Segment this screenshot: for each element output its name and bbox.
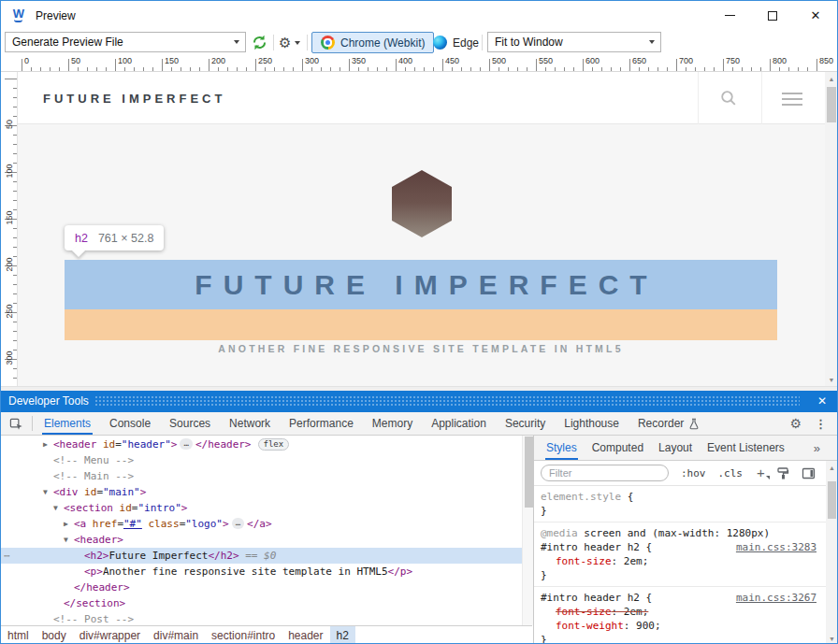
tree-row[interactable]: <!-- Main --> <box>1 468 522 484</box>
generate-preview-combobox[interactable]: Generate Preview File <box>5 32 246 52</box>
close-button[interactable]: ✕ <box>794 1 837 30</box>
sidebar-tab-computed[interactable]: Computed <box>585 436 651 460</box>
css-selector[interactable]: element.style { <box>541 490 826 504</box>
combo-arrow-icon[interactable] <box>644 33 658 51</box>
sidebar-tab-styles[interactable]: Styles <box>539 436 585 460</box>
minimize-button[interactable] <box>708 1 751 30</box>
devtools-tab-elements[interactable]: Elements <box>35 412 100 435</box>
scroll-up-icon[interactable]: ▲ <box>825 72 838 85</box>
site-hexagon-logo[interactable] <box>392 170 452 237</box>
header-divider <box>761 72 762 124</box>
breadcrumb-item-h2[interactable]: h2 <box>330 626 355 644</box>
settings-button[interactable]: ⚙ <box>279 33 300 52</box>
collapsed-content-icon[interactable]: … <box>232 518 244 529</box>
sidebar-tab-layout[interactable]: Layout <box>651 436 700 460</box>
scrollbar-thumb[interactable] <box>827 87 836 122</box>
maximize-button[interactable] <box>751 1 794 30</box>
sidebar-tab-event-listeners[interactable]: Event Listeners <box>700 436 792 460</box>
devtools-tab-console[interactable]: Console <box>100 412 160 435</box>
pseudo-state-toggle[interactable]: :hov <box>681 467 706 479</box>
devtools-settings-icon[interactable]: ⚙ <box>783 416 808 431</box>
toolbar-separator <box>273 35 274 50</box>
devtools-close-button[interactable]: ✕ <box>812 391 832 412</box>
computed-sidebar-icon[interactable] <box>802 466 816 480</box>
row-actions-icon[interactable]: ⋯ <box>4 548 11 564</box>
styles-sidebar-tabbar: StylesComputedLayoutEvent Listeners» <box>534 436 838 461</box>
site-header: FUTURE IMPERFECT <box>18 72 825 124</box>
disclosure-collapsed-icon[interactable]: ▶ <box>43 436 48 452</box>
disclosure-collapsed-icon[interactable]: ▶ <box>64 516 68 532</box>
scrollbar-thumb[interactable] <box>828 481 836 519</box>
styles-scrollbar[interactable]: ▲ ▼ <box>826 461 838 644</box>
collapsed-content-icon[interactable]: … <box>180 438 192 450</box>
breadcrumb-item-header[interactable]: header <box>282 626 329 644</box>
css-selector[interactable]: #intro header h2 {main.css:3283 <box>541 540 826 554</box>
devtools-tab-application[interactable]: Application <box>422 412 496 435</box>
disclosure-expanded-icon[interactable]: ▼ <box>43 484 48 500</box>
devtools-tab-network[interactable]: Network <box>220 412 280 435</box>
css-source-link[interactable]: main.css:3283 <box>736 540 816 554</box>
tree-row[interactable]: ▼<header> <box>1 532 522 548</box>
tree-row-selected[interactable]: ⋯<h2>Future Imperfect</h2> == $0 <box>1 548 522 564</box>
tree-row[interactable]: ▶<header id="header">…</header>flex <box>1 436 522 452</box>
devtools-tab-memory[interactable]: Memory <box>363 412 422 435</box>
devtools-menu-icon[interactable]: ⋮ <box>808 417 833 431</box>
css-property[interactable]: font-size: 2em; <box>541 554 826 568</box>
disclosure-expanded-icon[interactable]: ▼ <box>64 532 68 548</box>
edge-button[interactable]: Edge <box>427 32 484 53</box>
page-preview-viewport[interactable]: FUTURE IMPERFECT h2 761 × 52.8 FUTURE IM… <box>18 72 825 386</box>
devtools-tab-lighthouse[interactable]: Lighthouse <box>555 412 628 435</box>
maximize-icon <box>768 11 777 21</box>
tree-row[interactable]: <p>Another fine responsive site template… <box>1 564 522 580</box>
devtools-tab-security[interactable]: Security <box>496 412 555 435</box>
css-property[interactable]: font-size: 2em; <box>541 605 826 619</box>
breadcrumb-item-div-wrapper[interactable]: div#wrapper <box>73 626 147 644</box>
breadcrumb-item-section-intro[interactable]: section#intro <box>205 626 282 644</box>
site-search-button[interactable] <box>718 88 739 108</box>
new-style-rule-icon[interactable]: + <box>757 466 765 479</box>
hamburger-menu-icon[interactable] <box>782 93 802 108</box>
css-rules-list: element.style {}@media screen and (max-w… <box>534 486 826 644</box>
chrome-webkit-button[interactable]: Chrome (Webkit) <box>311 32 434 53</box>
tree-row[interactable]: <!-- Menu --> <box>1 452 522 468</box>
tree-row[interactable]: </section> <box>1 595 522 611</box>
tree-row[interactable]: <!-- Post --> <box>1 611 522 625</box>
tree-row[interactable]: ▶<a href="#" class="logo">…</a> <box>1 516 522 532</box>
breadcrumb-item-div-main[interactable]: div#main <box>147 626 205 644</box>
devtools-titlebar[interactable]: Developer Tools ✕ <box>1 391 837 412</box>
devtools-tab-sources[interactable]: Sources <box>160 412 220 435</box>
combo-arrow-icon[interactable] <box>229 33 243 51</box>
elements-tree: ▶<header id="header">…</header>flex<!-- … <box>1 436 522 625</box>
format-paint-icon[interactable] <box>776 466 790 480</box>
disclosure-expanded-icon[interactable]: ▼ <box>53 500 58 516</box>
elements-breadcrumb: htmlbodydiv#wrapperdiv#mainsection#intro… <box>1 625 532 644</box>
inspect-element-button[interactable] <box>1 412 32 435</box>
refresh-icon <box>251 34 268 51</box>
preview-scrollbar[interactable]: ▲ ▼ <box>825 72 838 386</box>
css-source-link[interactable]: main.css:3267 <box>736 591 816 605</box>
zoom-mode-combobox[interactable]: Fit to Window <box>487 32 661 52</box>
breadcrumb-item-html[interactable]: html <box>1 626 36 644</box>
app-icon: W <box>10 7 27 23</box>
flask-icon <box>688 418 700 430</box>
devtools-tab-recorder[interactable]: Recorder <box>628 412 709 435</box>
tree-row[interactable]: </header> <box>1 580 522 595</box>
element-class-toggle[interactable]: .cls <box>718 467 744 479</box>
flex-badge[interactable]: flex <box>258 438 290 451</box>
tree-row[interactable]: ▼<div id="main"> <box>1 484 522 500</box>
styles-filter-input[interactable] <box>541 465 669 481</box>
scrollbar-thumb[interactable] <box>525 436 533 508</box>
elements-tree-scrollbar[interactable] <box>522 436 533 625</box>
css-property[interactable]: font-weight: 900; <box>541 619 826 633</box>
more-tabs-icon[interactable]: » <box>814 436 838 460</box>
toolbar-separator <box>482 35 483 50</box>
scroll-down-icon[interactable]: ▼ <box>825 373 838 386</box>
scroll-up-icon[interactable]: ▲ <box>826 461 838 474</box>
site-logo-text[interactable]: FUTURE IMPERFECT <box>43 92 225 106</box>
breadcrumb-item-body[interactable]: body <box>36 626 73 644</box>
css-selector[interactable]: #intro header h2 {main.css:3267 <box>541 591 826 605</box>
devtools-tab-performance[interactable]: Performance <box>280 412 363 435</box>
scroll-down-icon[interactable]: ▼ <box>826 632 838 644</box>
refresh-button[interactable] <box>249 33 269 52</box>
tree-row[interactable]: ▼<section id="intro"> <box>1 500 522 516</box>
